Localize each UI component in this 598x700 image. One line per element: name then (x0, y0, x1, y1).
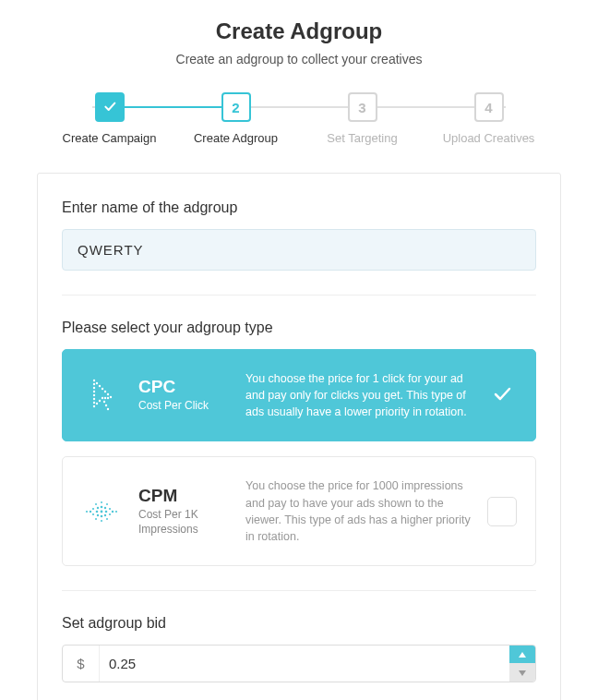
svg-point-29 (97, 513, 99, 515)
type-selected-check (487, 380, 517, 410)
svg-point-30 (104, 513, 106, 515)
svg-point-9 (99, 385, 101, 387)
svg-point-18 (105, 404, 107, 406)
svg-point-23 (101, 505, 103, 508)
check-icon (102, 99, 117, 116)
step-label: Set Targeting (327, 131, 397, 145)
svg-point-15 (104, 397, 106, 399)
svg-point-38 (115, 511, 117, 513)
svg-point-25 (96, 510, 99, 513)
svg-point-4 (93, 394, 95, 396)
divider (62, 590, 536, 591)
svg-point-33 (92, 508, 94, 510)
eye-icon (81, 491, 122, 532)
cursor-icon (81, 375, 122, 416)
svg-point-7 (93, 405, 95, 407)
divider (62, 295, 536, 296)
step-upload-creatives[interactable]: 4 Upload Creatives (425, 92, 552, 145)
svg-point-42 (106, 518, 108, 520)
svg-point-26 (105, 510, 108, 513)
svg-point-2 (93, 387, 95, 389)
svg-point-6 (93, 402, 95, 404)
bid-input-group: $ (62, 645, 536, 682)
svg-marker-46 (519, 670, 526, 676)
type-sub: Cost Per 1K Impressions (138, 508, 229, 537)
type-sub: Cost Per Click (138, 399, 229, 414)
step-box-3: 3 (348, 92, 377, 122)
adgroup-type-label: Please select your adgroup type (62, 320, 536, 336)
svg-point-8 (96, 382, 98, 384)
svg-point-22 (101, 510, 103, 513)
svg-point-31 (90, 510, 91, 512)
type-meta: CPC Cost Per Click (138, 377, 229, 414)
svg-point-0 (93, 380, 95, 381)
currency-symbol: $ (63, 646, 100, 682)
svg-point-40 (106, 503, 108, 505)
type-desc: You choose the price for 1 click for you… (245, 370, 471, 420)
form-card: Enter name of the adgroup Please select … (37, 173, 561, 700)
type-meta: CPM Cost Per 1K Impressions (138, 486, 229, 537)
bid-spinner (509, 646, 535, 682)
type-option-cpm[interactable]: CPM Cost Per 1K Impressions You choose t… (62, 456, 536, 566)
step-set-targeting[interactable]: 3 Set Targeting (299, 92, 425, 145)
bid-label: Set adgroup bid (62, 615, 536, 632)
step-label: Create Adgroup (194, 131, 278, 145)
type-title: CPC (138, 377, 229, 397)
svg-point-39 (95, 503, 97, 505)
svg-point-13 (110, 396, 112, 398)
svg-point-10 (102, 388, 103, 390)
page-root: Create Adgroup Create an adgroup to coll… (0, 0, 598, 700)
svg-point-24 (101, 514, 103, 517)
bid-input[interactable] (100, 646, 509, 682)
bid-increment-button[interactable] (509, 646, 535, 664)
adgroup-name-label: Enter name of the adgroup (62, 199, 536, 216)
type-desc: You choose the price for 1000 impression… (245, 477, 471, 545)
svg-point-32 (112, 510, 114, 512)
step-create-adgroup[interactable]: 2 Create Adgroup (173, 92, 299, 145)
check-icon (491, 382, 513, 408)
svg-point-3 (93, 391, 95, 392)
chevron-down-icon (518, 666, 527, 680)
svg-point-34 (109, 508, 111, 510)
step-box-2: 2 (221, 92, 251, 122)
type-title: CPM (138, 486, 229, 506)
step-label: Create Campaign (63, 131, 157, 145)
svg-point-17 (103, 401, 105, 403)
bid-decrement-button[interactable] (509, 663, 535, 682)
type-unselected-box (487, 497, 517, 526)
step-box-1 (95, 92, 125, 122)
svg-point-20 (96, 403, 98, 404)
svg-point-12 (107, 393, 109, 395)
svg-point-11 (104, 391, 106, 392)
svg-point-21 (99, 400, 101, 402)
svg-point-28 (104, 506, 106, 508)
adgroup-name-input[interactable] (62, 229, 536, 271)
svg-point-5 (93, 398, 95, 400)
svg-point-35 (92, 513, 94, 515)
step-box-4: 4 (474, 92, 504, 122)
svg-point-27 (97, 506, 99, 508)
svg-point-14 (107, 397, 109, 399)
svg-point-41 (95, 518, 97, 520)
type-option-cpc[interactable]: CPC Cost Per Click You choose the price … (62, 349, 536, 441)
svg-point-36 (109, 513, 111, 515)
svg-point-44 (101, 520, 102, 522)
svg-point-16 (102, 397, 103, 399)
page-title: Create Adgroup (0, 18, 598, 44)
svg-marker-45 (519, 652, 526, 658)
step-create-campaign[interactable]: Create Campaign (46, 92, 173, 145)
svg-point-1 (93, 383, 95, 385)
page-subtitle: Create an adgroup to collect your creati… (0, 52, 598, 66)
svg-point-19 (107, 408, 109, 410)
stepper: Create Campaign 2 Create Adgroup 3 Set T… (0, 92, 598, 145)
svg-point-43 (101, 501, 102, 503)
step-label: Upload Creatives (443, 131, 535, 145)
svg-point-37 (86, 511, 88, 513)
chevron-up-icon (518, 647, 527, 661)
